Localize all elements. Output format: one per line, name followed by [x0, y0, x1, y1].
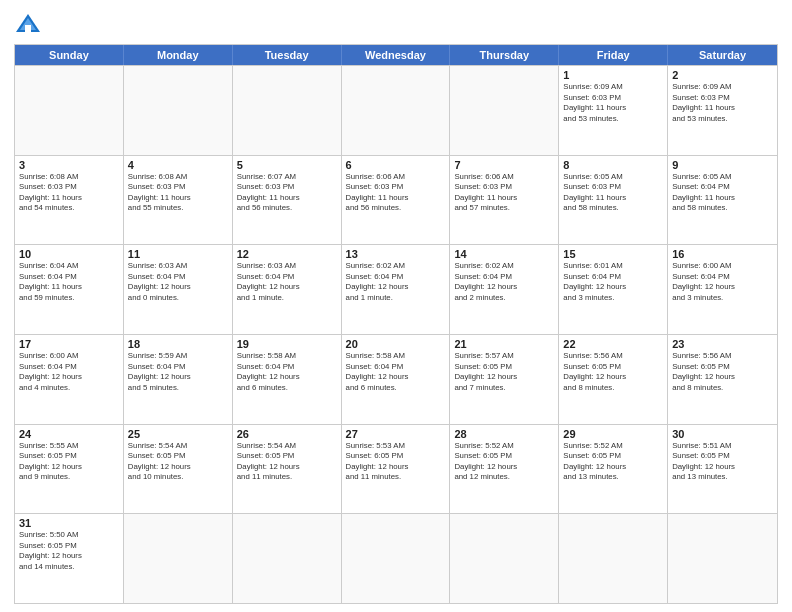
calendar-cell: 2Sunrise: 6:09 AM Sunset: 6:03 PM Daylig…: [668, 66, 777, 155]
day-number: 7: [454, 159, 554, 171]
calendar-cell: 16Sunrise: 6:00 AM Sunset: 6:04 PM Dayli…: [668, 245, 777, 334]
calendar-cell: 10Sunrise: 6:04 AM Sunset: 6:04 PM Dayli…: [15, 245, 124, 334]
calendar-cell: [450, 514, 559, 603]
day-info: Sunrise: 5:51 AM Sunset: 6:05 PM Dayligh…: [672, 441, 773, 483]
day-info: Sunrise: 5:58 AM Sunset: 6:04 PM Dayligh…: [237, 351, 337, 393]
calendar-cell: [233, 514, 342, 603]
calendar-cell: 4Sunrise: 6:08 AM Sunset: 6:03 PM Daylig…: [124, 156, 233, 245]
col-header-sunday: Sunday: [15, 45, 124, 65]
calendar-cell: 29Sunrise: 5:52 AM Sunset: 6:05 PM Dayli…: [559, 425, 668, 514]
calendar-cell: [668, 514, 777, 603]
day-info: Sunrise: 5:54 AM Sunset: 6:05 PM Dayligh…: [237, 441, 337, 483]
calendar-cell: 27Sunrise: 5:53 AM Sunset: 6:05 PM Dayli…: [342, 425, 451, 514]
day-number: 11: [128, 248, 228, 260]
day-number: 27: [346, 428, 446, 440]
day-info: Sunrise: 6:00 AM Sunset: 6:04 PM Dayligh…: [19, 351, 119, 393]
calendar-cell: 9Sunrise: 6:05 AM Sunset: 6:04 PM Daylig…: [668, 156, 777, 245]
day-number: 31: [19, 517, 119, 529]
logo: [14, 12, 46, 36]
day-number: 9: [672, 159, 773, 171]
calendar-cell: 28Sunrise: 5:52 AM Sunset: 6:05 PM Dayli…: [450, 425, 559, 514]
day-info: Sunrise: 6:08 AM Sunset: 6:03 PM Dayligh…: [128, 172, 228, 214]
calendar-cell: [124, 66, 233, 155]
col-header-tuesday: Tuesday: [233, 45, 342, 65]
calendar-cell: [15, 66, 124, 155]
day-number: 1: [563, 69, 663, 81]
calendar-cell: 25Sunrise: 5:54 AM Sunset: 6:05 PM Dayli…: [124, 425, 233, 514]
col-header-wednesday: Wednesday: [342, 45, 451, 65]
day-info: Sunrise: 5:53 AM Sunset: 6:05 PM Dayligh…: [346, 441, 446, 483]
day-info: Sunrise: 5:56 AM Sunset: 6:05 PM Dayligh…: [563, 351, 663, 393]
col-header-monday: Monday: [124, 45, 233, 65]
calendar-cell: 1Sunrise: 6:09 AM Sunset: 6:03 PM Daylig…: [559, 66, 668, 155]
day-number: 17: [19, 338, 119, 350]
day-number: 3: [19, 159, 119, 171]
day-info: Sunrise: 5:58 AM Sunset: 6:04 PM Dayligh…: [346, 351, 446, 393]
calendar-cell: 17Sunrise: 6:00 AM Sunset: 6:04 PM Dayli…: [15, 335, 124, 424]
day-info: Sunrise: 6:00 AM Sunset: 6:04 PM Dayligh…: [672, 261, 773, 303]
day-info: Sunrise: 6:01 AM Sunset: 6:04 PM Dayligh…: [563, 261, 663, 303]
calendar-cell: 7Sunrise: 6:06 AM Sunset: 6:03 PM Daylig…: [450, 156, 559, 245]
week-row-6: 31Sunrise: 5:50 AM Sunset: 6:05 PM Dayli…: [15, 513, 777, 603]
day-number: 18: [128, 338, 228, 350]
calendar-cell: 12Sunrise: 6:03 AM Sunset: 6:04 PM Dayli…: [233, 245, 342, 334]
day-number: 25: [128, 428, 228, 440]
calendar-cell: [233, 66, 342, 155]
day-info: Sunrise: 6:07 AM Sunset: 6:03 PM Dayligh…: [237, 172, 337, 214]
calendar-cell: 19Sunrise: 5:58 AM Sunset: 6:04 PM Dayli…: [233, 335, 342, 424]
day-info: Sunrise: 5:55 AM Sunset: 6:05 PM Dayligh…: [19, 441, 119, 483]
day-info: Sunrise: 6:02 AM Sunset: 6:04 PM Dayligh…: [454, 261, 554, 303]
page: SundayMondayTuesdayWednesdayThursdayFrid…: [0, 0, 792, 612]
calendar-cell: [342, 514, 451, 603]
day-info: Sunrise: 6:04 AM Sunset: 6:04 PM Dayligh…: [19, 261, 119, 303]
calendar-cell: 18Sunrise: 5:59 AM Sunset: 6:04 PM Dayli…: [124, 335, 233, 424]
day-number: 12: [237, 248, 337, 260]
calendar-cell: 14Sunrise: 6:02 AM Sunset: 6:04 PM Dayli…: [450, 245, 559, 334]
week-row-4: 17Sunrise: 6:00 AM Sunset: 6:04 PM Dayli…: [15, 334, 777, 424]
day-number: 2: [672, 69, 773, 81]
day-info: Sunrise: 6:05 AM Sunset: 6:03 PM Dayligh…: [563, 172, 663, 214]
calendar-cell: 8Sunrise: 6:05 AM Sunset: 6:03 PM Daylig…: [559, 156, 668, 245]
day-info: Sunrise: 6:05 AM Sunset: 6:04 PM Dayligh…: [672, 172, 773, 214]
calendar-body: 1Sunrise: 6:09 AM Sunset: 6:03 PM Daylig…: [15, 65, 777, 603]
day-number: 19: [237, 338, 337, 350]
calendar-cell: 31Sunrise: 5:50 AM Sunset: 6:05 PM Dayli…: [15, 514, 124, 603]
week-row-1: 1Sunrise: 6:09 AM Sunset: 6:03 PM Daylig…: [15, 65, 777, 155]
day-info: Sunrise: 6:03 AM Sunset: 6:04 PM Dayligh…: [128, 261, 228, 303]
day-number: 5: [237, 159, 337, 171]
day-info: Sunrise: 6:09 AM Sunset: 6:03 PM Dayligh…: [563, 82, 663, 124]
day-number: 28: [454, 428, 554, 440]
day-number: 13: [346, 248, 446, 260]
calendar-cell: 15Sunrise: 6:01 AM Sunset: 6:04 PM Dayli…: [559, 245, 668, 334]
day-info: Sunrise: 5:52 AM Sunset: 6:05 PM Dayligh…: [563, 441, 663, 483]
day-number: 21: [454, 338, 554, 350]
svg-rect-2: [25, 25, 31, 32]
day-number: 14: [454, 248, 554, 260]
day-info: Sunrise: 6:06 AM Sunset: 6:03 PM Dayligh…: [346, 172, 446, 214]
col-header-thursday: Thursday: [450, 45, 559, 65]
day-info: Sunrise: 6:08 AM Sunset: 6:03 PM Dayligh…: [19, 172, 119, 214]
col-header-saturday: Saturday: [668, 45, 777, 65]
calendar-cell: 26Sunrise: 5:54 AM Sunset: 6:05 PM Dayli…: [233, 425, 342, 514]
calendar-cell: 3Sunrise: 6:08 AM Sunset: 6:03 PM Daylig…: [15, 156, 124, 245]
day-number: 29: [563, 428, 663, 440]
logo-icon: [14, 12, 42, 36]
day-number: 4: [128, 159, 228, 171]
day-number: 10: [19, 248, 119, 260]
day-info: Sunrise: 6:03 AM Sunset: 6:04 PM Dayligh…: [237, 261, 337, 303]
calendar-cell: [342, 66, 451, 155]
day-info: Sunrise: 5:57 AM Sunset: 6:05 PM Dayligh…: [454, 351, 554, 393]
calendar-cell: [450, 66, 559, 155]
calendar: SundayMondayTuesdayWednesdayThursdayFrid…: [14, 44, 778, 604]
calendar-cell: 11Sunrise: 6:03 AM Sunset: 6:04 PM Dayli…: [124, 245, 233, 334]
day-number: 8: [563, 159, 663, 171]
calendar-header: SundayMondayTuesdayWednesdayThursdayFrid…: [15, 45, 777, 65]
day-info: Sunrise: 6:09 AM Sunset: 6:03 PM Dayligh…: [672, 82, 773, 124]
week-row-5: 24Sunrise: 5:55 AM Sunset: 6:05 PM Dayli…: [15, 424, 777, 514]
day-number: 26: [237, 428, 337, 440]
day-number: 16: [672, 248, 773, 260]
day-info: Sunrise: 5:59 AM Sunset: 6:04 PM Dayligh…: [128, 351, 228, 393]
calendar-cell: 20Sunrise: 5:58 AM Sunset: 6:04 PM Dayli…: [342, 335, 451, 424]
day-info: Sunrise: 6:06 AM Sunset: 6:03 PM Dayligh…: [454, 172, 554, 214]
day-info: Sunrise: 5:54 AM Sunset: 6:05 PM Dayligh…: [128, 441, 228, 483]
